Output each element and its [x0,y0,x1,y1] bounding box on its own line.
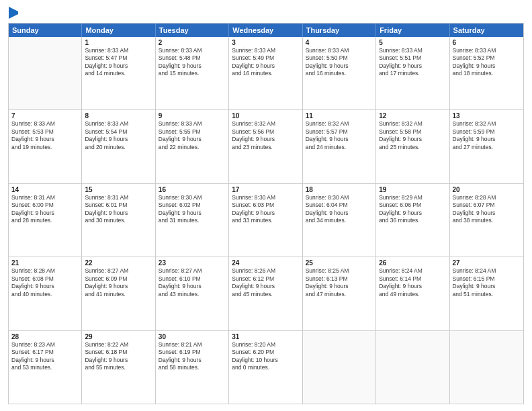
cal-header-cell: Monday [82,24,155,37]
svg-marker-0 [9,7,18,19]
day-number: 30 [159,333,226,340]
cal-cell: 6Sunrise: 8:33 AMSunset: 5:52 PMDaylight… [450,37,523,109]
calendar: SundayMondayTuesdayWednesdayThursdayFrid… [8,23,524,404]
cell-line: Sunset: 5:52 PM [453,54,521,62]
cell-line: Daylight: 9 hours [306,283,373,290]
cell-line: Sunrise: 8:32 AM [453,120,521,128]
day-number: 13 [453,112,521,120]
cell-line: Sunrise: 8:21 AM [159,341,226,349]
cal-cell: 18Sunrise: 8:30 AMSunset: 6:04 PMDayligh… [303,184,376,257]
cell-line: and 22 minutes. [159,144,226,151]
day-number: 18 [306,186,373,193]
cell-line: Sunset: 5:55 PM [159,128,226,136]
cell-line: Daylight: 9 hours [306,136,373,143]
cell-line: Daylight: 9 hours [11,357,79,364]
cell-line: Sunset: 5:48 PM [159,54,226,62]
day-number: 31 [232,333,299,340]
cal-cell: 7Sunrise: 8:33 AMSunset: 5:53 PMDaylight… [9,110,82,183]
cell-line: Sunrise: 8:24 AM [453,267,521,275]
cell-line: Sunset: 5:56 PM [232,128,299,136]
cell-line: and 18 minutes. [453,70,521,77]
cal-cell: 11Sunrise: 8:32 AMSunset: 5:57 PMDayligh… [303,110,376,183]
cal-cell: 5Sunrise: 8:33 AMSunset: 5:51 PMDaylight… [376,37,449,109]
cal-cell: 27Sunrise: 8:24 AMSunset: 6:15 PMDayligh… [450,257,523,330]
cal-header-cell: Wednesday [229,24,302,37]
cal-row: 28Sunrise: 8:23 AMSunset: 6:17 PMDayligh… [9,330,523,404]
cell-line: Daylight: 9 hours [159,62,226,70]
cal-row: 7Sunrise: 8:33 AMSunset: 5:53 PMDaylight… [9,109,523,183]
day-number: 25 [306,259,373,267]
cell-line: Sunrise: 8:30 AM [306,194,373,201]
cell-line: Sunrise: 8:31 AM [85,194,152,201]
cell-line: Daylight: 9 hours [453,283,521,290]
cell-line: Sunrise: 8:20 AM [232,341,299,349]
calendar-body: 1Sunrise: 8:33 AMSunset: 5:47 PMDaylight… [9,37,523,404]
cell-line: and 58 minutes. [159,364,226,371]
cell-line: Daylight: 9 hours [85,62,152,70]
cell-line: Sunset: 5:51 PM [379,54,446,62]
cell-line: Daylight: 9 hours [232,283,299,290]
day-number: 10 [232,112,299,120]
cell-line: Sunset: 5:49 PM [232,54,299,62]
cell-line: Sunset: 6:04 PM [306,201,373,209]
cell-line: Daylight: 9 hours [159,136,226,143]
day-number: 15 [85,186,152,193]
cell-line: Sunrise: 8:25 AM [306,267,373,275]
cal-cell: 23Sunrise: 8:27 AMSunset: 6:10 PMDayligh… [156,257,229,330]
cell-line: Sunrise: 8:33 AM [306,47,373,54]
cell-line: Daylight: 9 hours [11,283,79,290]
cal-cell [303,331,376,404]
cell-line: and 27 minutes. [453,144,521,151]
cell-line: and 40 minutes. [11,291,79,298]
cell-line: Sunrise: 8:32 AM [306,120,373,128]
cal-cell: 15Sunrise: 8:31 AMSunset: 6:01 PMDayligh… [82,184,155,257]
cal-cell [376,331,449,404]
cal-header-cell: Sunday [9,24,82,37]
cell-line: and 16 minutes. [232,70,299,77]
cal-cell: 30Sunrise: 8:21 AMSunset: 6:19 PMDayligh… [156,331,229,404]
cell-line: Sunrise: 8:26 AM [232,267,299,275]
cal-header-cell: Thursday [303,24,376,37]
cal-cell: 9Sunrise: 8:33 AMSunset: 5:55 PMDaylight… [156,110,229,183]
cal-row: 21Sunrise: 8:28 AMSunset: 6:08 PMDayligh… [9,257,523,330]
cell-line: Sunset: 5:58 PM [379,128,446,136]
cell-line: Daylight: 9 hours [453,210,521,217]
cell-line: and 33 minutes. [232,217,299,224]
cal-cell: 12Sunrise: 8:32 AMSunset: 5:58 PMDayligh… [376,110,449,183]
cell-line: Sunset: 5:59 PM [453,128,521,136]
cell-line: and 47 minutes. [306,291,373,298]
cal-cell: 28Sunrise: 8:23 AMSunset: 6:17 PMDayligh… [9,331,82,404]
day-number: 11 [306,112,373,120]
cell-line: Daylight: 9 hours [453,136,521,143]
cell-line: and 49 minutes. [379,291,446,298]
logo-icon [9,7,18,19]
cell-line: and 55 minutes. [85,364,152,371]
cell-line: Sunrise: 8:27 AM [159,267,226,275]
cell-line: Sunrise: 8:27 AM [85,267,152,275]
cell-line: and 15 minutes. [159,70,226,77]
cell-line: Sunrise: 8:33 AM [85,120,152,128]
cell-line: Daylight: 9 hours [306,62,373,70]
logo [8,7,19,17]
cal-cell: 19Sunrise: 8:29 AMSunset: 6:06 PMDayligh… [376,184,449,257]
cell-line: Sunset: 6:17 PM [11,349,79,356]
cell-line: and 45 minutes. [232,291,299,298]
cell-line: Sunset: 6:13 PM [306,275,373,283]
cell-line: Sunrise: 8:28 AM [453,194,521,201]
cell-line: Daylight: 9 hours [232,62,299,70]
cell-line: and 20 minutes. [85,144,152,151]
cell-line: Sunset: 6:00 PM [11,201,79,209]
cal-header-cell: Tuesday [156,24,229,37]
cal-header-cell: Friday [376,24,449,37]
cal-row: 1Sunrise: 8:33 AMSunset: 5:47 PMDaylight… [9,37,523,109]
cell-line: Sunset: 6:03 PM [232,201,299,209]
cell-line: and 16 minutes. [306,70,373,77]
cell-line: Sunset: 6:08 PM [11,275,79,283]
cell-line: and 24 minutes. [306,144,373,151]
cell-line: Sunset: 5:54 PM [85,128,152,136]
cal-cell [450,331,523,404]
cell-line: Sunrise: 8:28 AM [11,267,79,275]
cell-line: Sunrise: 8:32 AM [379,120,446,128]
cal-cell: 17Sunrise: 8:30 AMSunset: 6:03 PMDayligh… [229,184,302,257]
cell-line: Sunset: 6:12 PM [232,275,299,283]
